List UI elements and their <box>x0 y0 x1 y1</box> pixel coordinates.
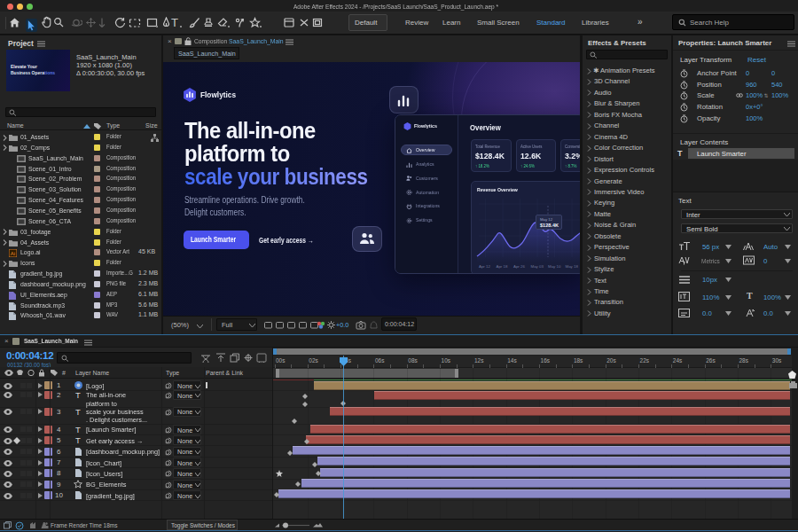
svg-text:Ai: Ai <box>11 251 15 256</box>
